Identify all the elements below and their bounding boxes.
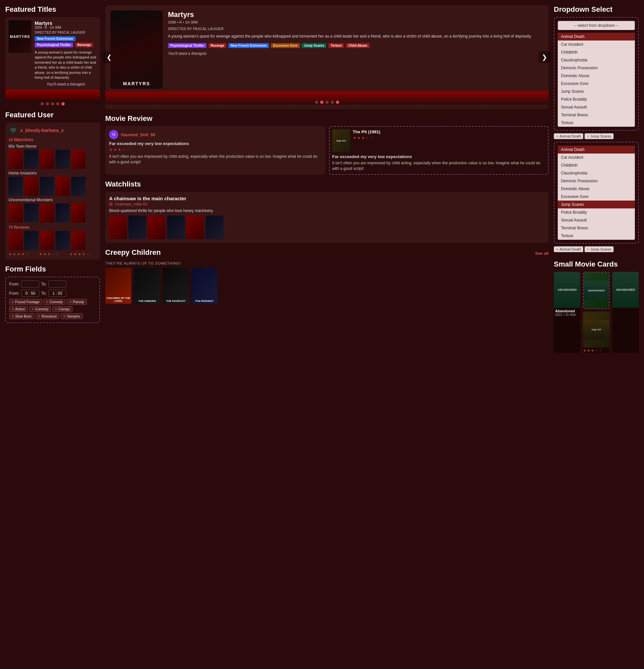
tag-found-footage[interactable]: × Found Footage <box>9 299 42 305</box>
carousel-tag-jump[interactable]: Jump Scares <box>302 43 326 48</box>
remove-parody[interactable]: × <box>69 300 71 304</box>
small-card-meta-1: 2022 • 1h 40m <box>555 313 579 316</box>
dropdown-item-claustrophobia-1[interactable]: Claustrophobia <box>558 56 635 64</box>
from-input-2[interactable] <box>21 290 39 297</box>
small-card-abandoned-outlined[interactable]: ABANDONED <box>583 272 610 309</box>
dropdown-label: Terminal Illness <box>561 226 588 230</box>
remove-action[interactable]: × <box>12 307 14 311</box>
dropdown-item-demonic-2[interactable]: Demonic Possession <box>558 177 635 185</box>
tag-romance[interactable]: × Romance <box>36 313 60 319</box>
remove-slow-burn[interactable]: × <box>12 314 14 318</box>
remove-campy[interactable]: × <box>55 307 57 311</box>
dot-2[interactable] <box>46 102 49 105</box>
carousel-tag-torture[interactable]: Torture <box>328 43 344 48</box>
dropdown-item-animal-death-2[interactable]: Animal Death <box>558 146 635 154</box>
creepy-poster-exorcist[interactable]: THE EXORCIST <box>163 268 189 304</box>
selected-tag-animal-death-2[interactable]: × Animal Death <box>554 246 583 252</box>
carousel-tag-revenge[interactable]: Revenge <box>208 43 227 48</box>
small-card-abandoned-3[interactable]: ABANDONED <box>612 272 639 353</box>
creepy-poster-poltergeist[interactable]: POLTERGEIST <box>192 268 218 304</box>
dropdown-item-domestic-2[interactable]: Domestic Abuse <box>558 185 635 193</box>
tag-campy[interactable]: × Campy <box>52 306 72 312</box>
remove-comedy[interactable]: × <box>46 300 48 304</box>
creepy-poster-corn[interactable]: CHILDREN OF THE CORN <box>105 268 131 304</box>
watchlist-title[interactable]: A chainsaw is the main character <box>109 196 545 201</box>
carousel-dot-4[interactable] <box>331 101 334 104</box>
tag-action[interactable]: × Action <box>9 306 28 312</box>
dropdown-item-gore-2[interactable]: Excessive Gore <box>558 193 635 201</box>
reviews-count[interactable]: 72 Reviews <box>9 225 97 230</box>
dropdown-item-sexual-2[interactable]: Sexual Assault <box>558 216 635 224</box>
watchlists-count[interactable]: 14 Watchlists <box>9 138 97 142</box>
remove-found-footage[interactable]: × <box>12 300 14 304</box>
remove-romance[interactable]: × <box>38 314 40 318</box>
dropdown-label: Police Brutality <box>561 210 587 215</box>
from-input-1[interactable] <box>21 281 39 288</box>
carousel-tag-child-abuse[interactable]: Child Abuse <box>346 43 369 48</box>
dropdown-item-torture-1[interactable]: Torture <box>558 119 635 127</box>
carousel-tag-nfe[interactable]: New French Extremism <box>228 43 269 48</box>
remove-comedy-2[interactable]: × <box>32 307 34 311</box>
remove-vampire[interactable]: × <box>64 314 65 318</box>
dropdown-item-terminal-1[interactable]: Terminal Illness <box>558 111 635 119</box>
dropdown-item-car-accident-1[interactable]: Car Accident <box>558 41 635 48</box>
dropdown-item-demonic-1[interactable]: Demonic Possession <box>558 64 635 72</box>
small-card-abandoned-main[interactable]: ABANDONED Abandoned 2022 • 1h 40m <box>554 272 580 353</box>
carousel-dot-2[interactable] <box>320 101 323 104</box>
to-input-2[interactable] <box>48 290 66 297</box>
selected-tag-jump-scares-2[interactable]: × Jump Scares <box>585 246 614 252</box>
dropdown-item-police-1[interactable]: Police Brutality <box>558 95 635 103</box>
dropdown-item-jump-2[interactable]: Jump Scares <box>558 201 635 209</box>
dropdown-item-sexual-1[interactable]: Sexual Assault <box>558 103 635 111</box>
selected-tag-animal-death[interactable]: × Animal Death <box>554 133 583 139</box>
remove-jump-scares[interactable]: × <box>587 134 589 138</box>
carousel-next-button[interactable]: ❯ <box>538 51 550 63</box>
dropdown-item-jump-1[interactable]: Jump Scares <box>558 87 635 95</box>
carousel-dot-1[interactable] <box>315 101 318 104</box>
dot-5-active[interactable] <box>61 102 65 105</box>
remove-animal-death[interactable]: × <box>556 134 558 138</box>
to-input-1[interactable] <box>48 281 66 288</box>
remove-jump-scares-2[interactable]: × <box>587 247 589 251</box>
dot-4[interactable] <box>56 102 59 105</box>
featured-card-tags: New French Extremism Psychological Thril… <box>34 35 97 48</box>
reviewer-name-1[interactable]: Haunted_Doll_66 <box>121 132 155 137</box>
dropdown-item-terminal-2[interactable]: Terminal Illness <box>558 224 635 232</box>
tag-comedy[interactable]: × Comedy <box>43 299 65 305</box>
tag-psych-thriller[interactable]: Psychological Thriller <box>34 42 73 47</box>
dropdown-item-car-accident-2[interactable]: Car Accident <box>558 154 635 161</box>
featured-card-note: You'll need a therapist <box>34 82 97 87</box>
dropdown-item-domestic-1[interactable]: Domestic Abuse <box>558 72 635 80</box>
dropdown-item-childbirth-1[interactable]: Childbirth <box>558 48 635 56</box>
mini-poster <box>71 177 86 196</box>
dot-1[interactable] <box>41 102 44 105</box>
carousel-tag-gore[interactable]: Excessive Gore <box>271 43 300 48</box>
see-all-link[interactable]: See all <box>535 251 549 256</box>
dropdown-item-police-2[interactable]: Police Brutality <box>558 209 635 216</box>
user-name[interactable]: x_bloody-barbara_x <box>20 128 64 133</box>
author-name[interactable]: chainsaw_mike-82 <box>115 202 148 207</box>
remove-animal-death-2[interactable]: × <box>556 247 558 251</box>
tag-new-french-extremism[interactable]: New French Extremism <box>34 36 75 41</box>
dropdown-item-torture-2[interactable]: Torture <box>558 232 635 240</box>
small-card-poster-3: ABANDONED <box>612 272 639 308</box>
dropdown-trigger-1[interactable]: -- select from dropdown -- <box>558 21 635 30</box>
small-cards-heading: Small Movie Cards <box>554 260 639 269</box>
carousel-tag-psych[interactable]: Psychological Thriller <box>168 43 207 48</box>
creepy-poster-unborn[interactable]: THE UNBORN <box>134 268 160 304</box>
dropdown-item-claustrophobia-2[interactable]: Claustrophobia <box>558 169 635 177</box>
carousel-dot-5[interactable] <box>336 101 339 104</box>
small-card-pit[interactable]: THE PIT ★ ★ ★ ☆ ☆ <box>583 312 610 353</box>
tag-comedy-2[interactable]: × Comedy <box>29 306 51 312</box>
tag-slow-burn[interactable]: × Slow Burn <box>9 313 34 319</box>
dropdown-item-gore-1[interactable]: Excessive Gore <box>558 80 635 87</box>
carousel-dot-3[interactable] <box>325 101 329 104</box>
tag-parody[interactable]: × Parody <box>67 299 87 305</box>
selected-tag-jump-scares[interactable]: × Jump Scares <box>585 133 614 139</box>
dropdown-item-childbirth-2[interactable]: Childbirth <box>558 161 635 169</box>
tag-vampire[interactable]: × Vampire <box>61 313 83 319</box>
review-heading: Movie Review <box>105 114 549 123</box>
dot-3[interactable] <box>51 102 54 105</box>
dropdown-item-animal-death-1[interactable]: Animal Death <box>558 33 635 41</box>
tag-revenge[interactable]: Revenge <box>75 42 94 47</box>
